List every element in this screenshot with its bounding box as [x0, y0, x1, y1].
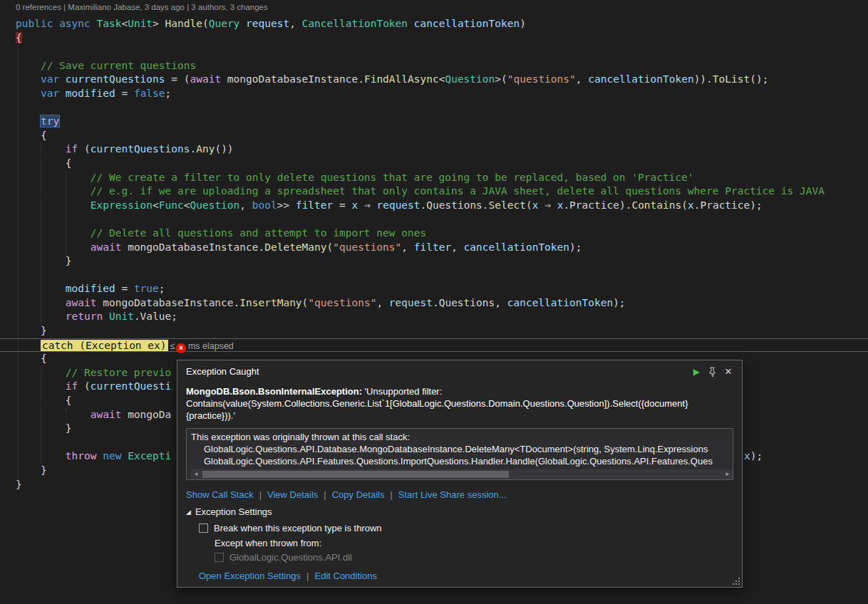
edit-conditions-link[interactable]: Edit Conditions — [314, 571, 376, 581]
scrollbar-thumb[interactable] — [202, 471, 509, 478]
continue-play-icon[interactable]: ▶ — [693, 367, 700, 377]
dialog-header: Exception Caught ▶ × — [186, 366, 733, 377]
code-token: x — [352, 199, 358, 211]
code-token: .Practice). — [563, 199, 631, 211]
code-token: .Questions, — [433, 297, 507, 308]
callstack-box: This exception was originally thrown at … — [186, 428, 733, 480]
link-separator: | — [306, 571, 309, 581]
exception-settings-header-row[interactable]: ◢ Exception Settings — [186, 506, 733, 517]
code-token: currentQuestions — [91, 143, 190, 155]
break-label: Break when this exception type is thrown — [214, 523, 382, 533]
copy-details-link[interactable]: Copy Details — [332, 489, 385, 500]
codelens-info[interactable]: 0 references | Maximiliano Jabase, 3 day… — [16, 3, 268, 11]
scroll-right-icon[interactable]: ► — [723, 469, 733, 479]
code-token: filter — [296, 199, 333, 211]
code-line[interactable]: public async Task<Unit> Handle(Query req… — [0, 17, 868, 31]
code-token: request — [376, 199, 420, 211]
code-token: ); — [750, 450, 763, 462]
code-line[interactable]: // e.g. if we are uploading a spreadshee… — [0, 184, 868, 199]
code-token: (); — [750, 73, 768, 85]
code-token: } — [16, 464, 47, 476]
code-token: Handle — [165, 18, 202, 29]
code-line[interactable]: catch (Exception ex) ≤×ms elapsed — [0, 338, 868, 353]
code-line-tail: x); — [744, 449, 763, 464]
module-checkbox[interactable] — [215, 553, 224, 562]
code-token — [59, 88, 66, 99]
code-token — [91, 18, 97, 29]
code-line[interactable]: await mongoDatabaseInstance.DeleteMany("… — [0, 241, 868, 255]
code-line[interactable]: } — [0, 254, 868, 269]
code-line[interactable] — [0, 101, 868, 115]
code-line[interactable]: Expression<Func<Question, bool>> filter … — [0, 199, 868, 213]
view-details-link[interactable]: View Details — [267, 489, 318, 500]
code-line[interactable]: // Delete all questions and attempt to i… — [0, 226, 868, 241]
code-token: ≤ — [168, 341, 175, 351]
callstack-frame[interactable]: GlobalLogic.Questions.API.Database.Mongo… — [191, 443, 733, 455]
code-line[interactable]: await mongoDatabaseInstance.InsertMany("… — [0, 296, 868, 311]
code-token: } — [16, 255, 72, 266]
pin-icon[interactable] — [708, 367, 716, 377]
code-token: async — [59, 18, 91, 29]
close-icon[interactable]: × — [725, 367, 732, 377]
code-line[interactable]: } — [0, 324, 868, 338]
show-call-stack-link[interactable]: Show Call Stack — [186, 489, 254, 500]
code-token — [16, 311, 66, 322]
callstack-scrollbar[interactable]: ◄ ► — [191, 469, 733, 479]
code-line[interactable]: var currentQuestions = (await mongoDatab… — [0, 73, 868, 87]
start-live-share-session-link[interactable]: Start Live Share session... — [398, 489, 507, 500]
code-line[interactable]: { — [0, 31, 868, 46]
code-token — [16, 450, 66, 462]
code-token — [53, 18, 59, 29]
code-token: if — [66, 143, 78, 155]
code-token: Func — [159, 199, 184, 211]
code-token: ⇒ — [358, 199, 376, 211]
code-token: < — [153, 199, 159, 211]
expander-icon[interactable]: ◢ — [186, 509, 191, 516]
scroll-left-icon[interactable]: ◄ — [191, 469, 201, 479]
code-token: InsertMany — [239, 297, 301, 308]
code-token — [16, 73, 41, 85]
code-token: // Save current questions — [16, 60, 196, 71]
exception-highlight: catch (Exception ex) — [41, 340, 168, 351]
code-line[interactable]: // We create a filter to only delete que… — [0, 171, 868, 185]
code-token: ()) — [215, 143, 233, 155]
code-token: bool — [252, 199, 277, 211]
code-line[interactable]: return Unit.Value; — [0, 310, 868, 324]
code-token — [239, 18, 246, 29]
resize-grip[interactable] — [731, 576, 740, 585]
code-token: = — [115, 88, 134, 99]
exception-caught-dialog: Exception Caught ▶ × MongoDB.Bson.BsonIn… — [177, 360, 743, 588]
code-token — [59, 73, 66, 85]
code-line[interactable]: modified = true; — [0, 282, 868, 296]
code-token: throw — [66, 450, 97, 462]
action-links: Show Call Stack|View Details|Copy Detail… — [186, 489, 733, 500]
break-checkbox[interactable] — [199, 524, 208, 533]
code-token: modified — [66, 88, 115, 99]
callstack-frame[interactable]: GlobalLogic.Questions.API.Features.Quest… — [191, 455, 733, 467]
code-token: true — [134, 283, 159, 294]
code-line[interactable]: try — [0, 115, 868, 129]
code-token: Question — [190, 199, 239, 211]
open-exception-settings-link[interactable]: Open Exception Settings — [199, 571, 301, 581]
code-token — [16, 380, 66, 392]
code-token — [16, 143, 66, 155]
code-line[interactable] — [0, 269, 868, 283]
code-token: Select — [489, 199, 526, 211]
code-token: FindAllAsync — [364, 73, 439, 85]
code-line[interactable]: { — [0, 157, 868, 171]
code-token: request — [389, 297, 433, 308]
code-token: var — [41, 73, 59, 85]
code-token: public — [16, 18, 53, 29]
code-token: cancellationToken — [588, 73, 693, 85]
code-line[interactable]: if (currentQuestions.Any()) — [0, 142, 868, 157]
code-line[interactable]: { — [0, 129, 868, 143]
code-line[interactable] — [0, 45, 868, 59]
code-line[interactable] — [0, 212, 868, 226]
code-token: cancellationToken — [414, 18, 520, 29]
exception-type: MongoDB.Bson.BsonInternalException: — [186, 386, 362, 397]
code-line[interactable]: // Save current questions — [0, 59, 868, 73]
code-line[interactable]: var modified = false; — [0, 87, 868, 101]
code-token: } — [16, 479, 22, 490]
code-token: } — [16, 422, 72, 434]
code-token: , — [376, 297, 388, 308]
